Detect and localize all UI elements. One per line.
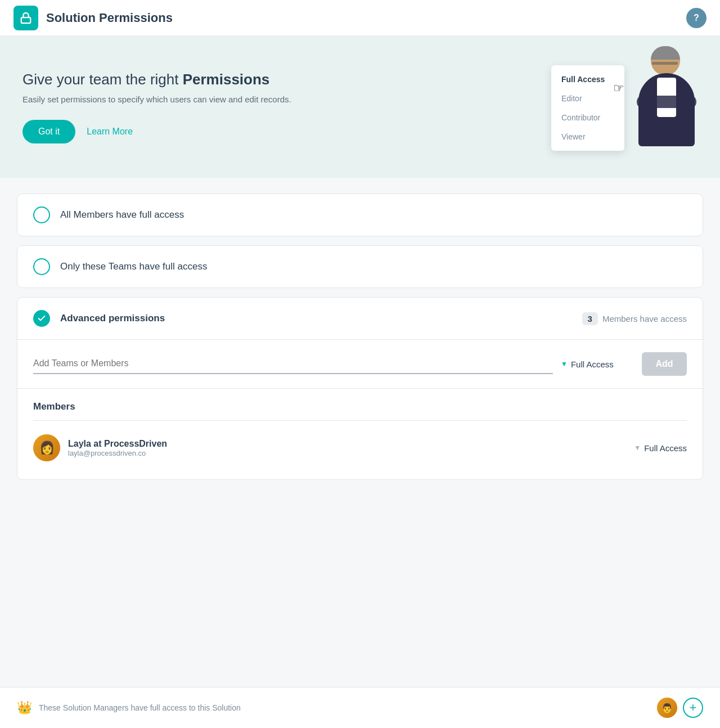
- access-selector[interactable]: ▼ Full Access: [561, 359, 634, 369]
- radio-teams-only[interactable]: [33, 258, 50, 275]
- dropdown-item-viewer[interactable]: Viewer: [551, 127, 624, 146]
- cursor-icon: ☞: [613, 81, 624, 96]
- member-email: layla@processdriven.co: [68, 449, 167, 457]
- add-teams-input[interactable]: [33, 354, 553, 374]
- add-button[interactable]: Add: [642, 352, 687, 376]
- main-content: All Members have full access Only these …: [0, 178, 720, 505]
- svg-rect-0: [21, 17, 31, 23]
- avatar: 👩: [33, 434, 60, 461]
- add-input-wrapper: [33, 354, 553, 374]
- member-count-badge: 3: [582, 312, 598, 325]
- banner-title: Give your team the right Permissions: [22, 70, 551, 89]
- option-teams-only[interactable]: Only these Teams have full access: [17, 245, 703, 288]
- crown-icon: 👑: [17, 700, 32, 715]
- dropdown-arrow-icon: ▼: [561, 360, 568, 368]
- advanced-header-left: Advanced permissions: [33, 310, 165, 327]
- footer-text: These Solution Managers have full access…: [39, 703, 241, 712]
- permission-dropdown: Full Access Editor Contributor Viewer: [551, 65, 624, 151]
- banner-content: Give your team the right Permissions Eas…: [22, 70, 551, 144]
- member-access[interactable]: ▼ Full Access: [634, 443, 687, 453]
- add-row: ▼ Full Access Add: [17, 340, 703, 389]
- check-icon[interactable]: [33, 310, 50, 327]
- banner-right: Full Access Editor Contributor Viewer ☞: [551, 56, 698, 158]
- header-left: Solution Permissions: [14, 6, 173, 30]
- members-section: Members 👩 Layla at ProcessDriven layla@p…: [17, 389, 703, 479]
- banner-title-bold: Permissions: [183, 71, 270, 88]
- member-details: Layla at ProcessDriven layla@processdriv…: [68, 439, 167, 457]
- member-access-dropdown-icon: ▼: [634, 444, 641, 452]
- got-it-button[interactable]: Got it: [22, 120, 75, 143]
- access-selector-label: Full Access: [571, 359, 614, 369]
- page-title: Solution Permissions: [46, 11, 173, 25]
- banner-title-plain: Give your team the right: [22, 71, 183, 88]
- person-illustration: [630, 45, 698, 169]
- footer-right: 👨 +: [657, 698, 703, 718]
- lock-icon: [14, 6, 38, 30]
- advanced-header: Advanced permissions 3 Members have acce…: [17, 298, 703, 340]
- learn-more-link[interactable]: Learn More: [87, 127, 133, 137]
- dropdown-item-contributor[interactable]: Contributor: [551, 108, 624, 127]
- members-divider: [33, 420, 687, 421]
- footer-left: 👑 These Solution Managers have full acce…: [17, 700, 241, 715]
- members-title: Members: [33, 401, 687, 412]
- footer: 👑 These Solution Managers have full acce…: [0, 687, 720, 728]
- member-info: 👩 Layla at ProcessDriven layla@processdr…: [33, 434, 167, 461]
- radio-all-members[interactable]: [33, 206, 50, 223]
- advanced-label: Advanced permissions: [60, 313, 165, 324]
- option-all-members-label: All Members have full access: [60, 209, 184, 221]
- banner-subtitle: Easily set permissions to specify which …: [22, 95, 551, 104]
- access-badge: 3 Members have access: [582, 312, 687, 325]
- help-button[interactable]: ?: [686, 8, 706, 28]
- header: Solution Permissions ?: [0, 0, 720, 36]
- option-all-members[interactable]: All Members have full access: [17, 194, 703, 236]
- footer-avatar: 👨: [657, 698, 677, 718]
- advanced-card: Advanced permissions 3 Members have acce…: [17, 297, 703, 480]
- member-count-text: Members have access: [602, 314, 687, 323]
- banner: Give your team the right Permissions Eas…: [0, 36, 720, 178]
- add-member-button[interactable]: +: [683, 698, 703, 718]
- member-name: Layla at ProcessDriven: [68, 439, 167, 449]
- option-teams-only-label: Only these Teams have full access: [60, 261, 207, 272]
- member-access-label: Full Access: [644, 443, 687, 453]
- member-row: 👩 Layla at ProcessDriven layla@processdr…: [33, 429, 687, 467]
- banner-actions: Got it Learn More: [22, 120, 551, 143]
